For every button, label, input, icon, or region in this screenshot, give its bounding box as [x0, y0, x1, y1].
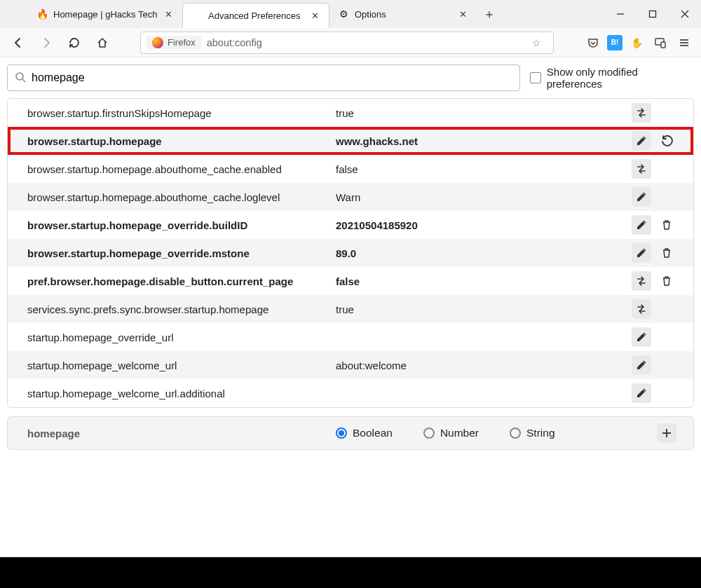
pref-row[interactable]: browser.startup.homepage_override.buildI… — [8, 211, 693, 239]
add-pref-button[interactable] — [657, 423, 676, 443]
show-only-modified-checkbox[interactable]: Show only modified preferences — [530, 66, 694, 90]
reload-button[interactable] — [63, 32, 86, 54]
minimize-button[interactable] — [604, 0, 637, 28]
edit-button[interactable] — [632, 131, 651, 151]
pref-name: startup.homepage_welcome_url.additional — [27, 388, 336, 399]
toggle-button[interactable] — [632, 299, 651, 319]
show-only-modified-label: Show only modified preferences — [547, 66, 694, 90]
pref-row[interactable]: startup.homepage_welcome_urlabout:welcom… — [8, 351, 693, 379]
pref-name: browser.startup.homepage_override.mstone — [27, 247, 336, 259]
close-icon[interactable]: ✕ — [309, 11, 320, 22]
close-icon[interactable]: ✕ — [163, 8, 174, 20]
nav-toolbar: Firefox ☆ B! ✋ — [0, 28, 701, 57]
pref-search-input[interactable] — [32, 71, 512, 84]
edit-button[interactable] — [632, 243, 651, 263]
close-icon[interactable]: ✕ — [457, 8, 468, 20]
edit-button[interactable] — [632, 383, 651, 403]
radio-label: Number — [440, 427, 479, 439]
gear-icon: ⚙ — [338, 8, 349, 20]
radio-label: String — [526, 427, 555, 439]
pref-row[interactable]: startup.homepage_welcome_url.additional — [8, 379, 693, 407]
pref-row[interactable]: startup.homepage_override_url — [8, 323, 693, 351]
pref-value: www.ghacks.net — [336, 135, 626, 147]
pref-search-box[interactable] — [7, 64, 520, 91]
home-button[interactable] — [91, 32, 114, 54]
bookmark-star-icon[interactable]: ☆ — [525, 32, 547, 54]
blank-favicon — [191, 11, 203, 22]
responsive-design-icon[interactable] — [651, 33, 670, 53]
svg-rect-1 — [650, 11, 656, 18]
svg-point-9 — [16, 73, 23, 80]
radio-icon — [423, 428, 435, 439]
pref-name: browser.startup.homepage.abouthome_cache… — [27, 191, 336, 203]
svg-rect-5 — [661, 42, 665, 48]
toggle-button[interactable] — [632, 271, 651, 291]
type-radio-boolean[interactable]: Boolean — [336, 427, 393, 439]
back-button[interactable] — [7, 32, 29, 54]
url-bar[interactable]: Firefox ☆ — [140, 32, 554, 54]
checkbox-icon — [530, 72, 541, 83]
pref-row[interactable]: browser.startup.homepage.abouthome_cache… — [8, 183, 693, 211]
radio-icon — [510, 428, 521, 439]
new-pref-row: homepage BooleanNumberString — [7, 416, 694, 450]
identity-box[interactable]: Firefox — [147, 36, 201, 50]
page-footer — [0, 557, 701, 588]
pref-value: false — [336, 163, 626, 175]
address-input[interactable] — [207, 37, 519, 48]
pref-value: true — [336, 107, 626, 119]
pref-row[interactable]: pref.browser.homepage.disable_button.cur… — [8, 267, 693, 295]
edit-button[interactable] — [632, 215, 651, 235]
edit-button[interactable] — [632, 187, 651, 207]
close-window-button[interactable] — [669, 0, 701, 28]
app-menu-button[interactable] — [674, 33, 694, 53]
tab-options[interactable]: ⚙ Options ✕ — [329, 0, 477, 28]
pref-value: 89.0 — [336, 247, 626, 259]
new-pref-type-group: BooleanNumberString — [336, 427, 651, 439]
fire-icon: 🔥 — [36, 8, 48, 20]
pref-name: startup.homepage_welcome_url — [27, 360, 336, 371]
pref-value: false — [336, 275, 626, 287]
pref-name: pref.browser.homepage.disable_button.cur… — [27, 275, 336, 287]
forward-button[interactable] — [35, 32, 57, 54]
pref-name: browser.startup.homepage — [27, 135, 336, 147]
pref-value: about:welcome — [336, 360, 626, 371]
toggle-button[interactable] — [632, 103, 651, 123]
pref-row[interactable]: browser.startup.homepagewww.ghacks.net — [8, 127, 693, 155]
edit-button[interactable] — [632, 355, 651, 375]
type-radio-number[interactable]: Number — [423, 427, 479, 439]
new-pref-name: homepage — [27, 428, 336, 439]
delete-button[interactable] — [657, 243, 676, 263]
delete-button[interactable] — [657, 271, 676, 291]
pocket-icon[interactable] — [583, 33, 603, 53]
pref-row[interactable]: browser.startup.firstrunSkipsHomepagetru… — [8, 99, 693, 127]
hatena-extension-icon[interactable]: B! — [607, 35, 622, 50]
aboutconfig-content: Show only modified preferences browser.s… — [0, 57, 701, 557]
pref-name: services.sync.prefs.sync.browser.startup… — [27, 303, 336, 315]
pref-name: browser.startup.firstrunSkipsHomepage — [27, 107, 336, 119]
identity-label: Firefox — [168, 37, 196, 48]
edit-button[interactable] — [632, 327, 651, 347]
toggle-button[interactable] — [632, 159, 651, 179]
hand-extension-icon[interactable]: ✋ — [627, 33, 646, 53]
filter-row: Show only modified preferences — [7, 64, 694, 91]
svg-line-10 — [22, 79, 25, 82]
type-radio-string[interactable]: String — [510, 427, 555, 439]
pref-value: Warn — [336, 191, 626, 203]
maximize-button[interactable] — [637, 0, 669, 28]
prefs-table: browser.startup.firstrunSkipsHomepagetru… — [7, 98, 694, 408]
tab-advanced-preferences[interactable]: Advanced Preferences ✕ — [182, 3, 329, 28]
pref-row[interactable]: browser.startup.homepage.abouthome_cache… — [8, 155, 693, 183]
delete-button[interactable] — [657, 215, 676, 235]
tab-strip: 🔥 Homepage | gHacks Technolog ✕ Advanced… — [0, 0, 701, 28]
tab-label: Advanced Preferences — [208, 11, 304, 21]
pref-name: browser.startup.homepage_override.buildI… — [27, 219, 336, 231]
new-tab-button[interactable]: ＋ — [477, 0, 502, 28]
reset-button[interactable] — [657, 131, 676, 151]
tab-ghacks[interactable]: 🔥 Homepage | gHacks Technolog ✕ — [28, 0, 182, 28]
firefox-logo-icon — [152, 37, 163, 48]
radio-label: Boolean — [353, 427, 393, 439]
pref-row[interactable]: services.sync.prefs.sync.browser.startup… — [8, 295, 693, 323]
tab-label: Homepage | gHacks Technolog — [53, 9, 157, 20]
pref-name: startup.homepage_override_url — [27, 331, 336, 343]
pref-row[interactable]: browser.startup.homepage_override.mstone… — [8, 239, 693, 267]
